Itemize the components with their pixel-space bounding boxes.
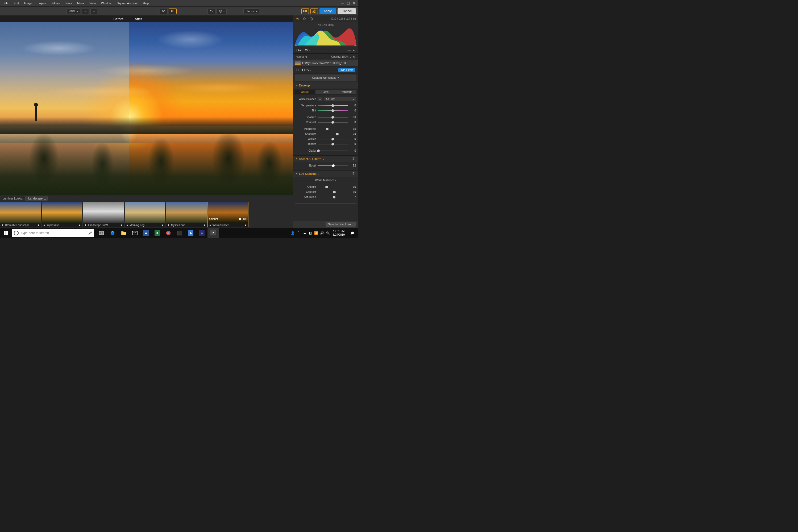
- histogram-tab-icon[interactable]: [295, 17, 300, 21]
- tray-volume-icon[interactable]: 🔊: [319, 231, 325, 235]
- develop-tab-adjust[interactable]: Adjust: [295, 90, 315, 94]
- menu-help[interactable]: Help: [140, 1, 152, 5]
- taskbar-edge-icon[interactable]: [107, 228, 118, 238]
- compare-split-icon[interactable]: [169, 8, 177, 14]
- menu-edit[interactable]: Edit: [11, 1, 22, 5]
- info-tab-icon[interactable]: [309, 17, 314, 21]
- accent-ai-header[interactable]: ▼Accent AI Filter™⌄: [293, 156, 358, 162]
- layer-settings-icon[interactable]: ⚙: [353, 55, 355, 58]
- develop-header[interactable]: ▼Develop⌄: [293, 82, 358, 89]
- favorite-star-icon[interactable]: ★: [167, 224, 170, 227]
- zoom-level-dropdown[interactable]: 60%: [66, 8, 80, 14]
- histogram-highlight-clip-icon[interactable]: [354, 44, 357, 46]
- tray-app-icon[interactable]: ◧: [307, 231, 314, 235]
- microphone-icon[interactable]: 🎤: [88, 231, 92, 235]
- develop-tab-lens[interactable]: Lens: [316, 90, 336, 94]
- layer-collapse-icon[interactable]: —: [347, 49, 352, 52]
- panel-toggle-icon[interactable]: [310, 8, 318, 14]
- white-balance-picker-icon[interactable]: [318, 97, 322, 101]
- filters-section-title[interactable]: FILTERS: [296, 68, 308, 72]
- favorite-star-icon[interactable]: ★: [244, 224, 247, 227]
- clarity-slider[interactable]: [318, 151, 348, 151]
- look-mystic-land[interactable]: ★ Mystic Land ★: [166, 202, 207, 227]
- lut-amount-slider[interactable]: [318, 187, 348, 187]
- action-center-icon[interactable]: 💬: [347, 231, 358, 235]
- favorite-star-icon[interactable]: ★: [203, 224, 206, 227]
- whites-slider[interactable]: [318, 139, 348, 139]
- lut-visibility-icon[interactable]: [352, 172, 355, 176]
- undo-icon[interactable]: [208, 8, 215, 14]
- favorite-star-icon[interactable]: ★: [162, 224, 164, 227]
- task-view-icon[interactable]: [96, 228, 107, 238]
- accent-visibility-icon[interactable]: [352, 157, 355, 161]
- layer-add-icon[interactable]: +: [352, 49, 355, 52]
- window-minimize-icon[interactable]: —: [339, 1, 345, 5]
- shadows-slider[interactable]: [318, 134, 348, 134]
- filmstrip-toggle-icon[interactable]: [301, 8, 309, 14]
- taskbar-chrome-icon[interactable]: [163, 228, 174, 238]
- layer-item[interactable]: G:\My Drive\Photos\20190323_193...: [293, 60, 358, 66]
- cancel-button[interactable]: Cancel: [338, 8, 356, 14]
- exposure-slider[interactable]: [318, 117, 348, 118]
- taskbar-clock[interactable]: 12:01 PM3/24/2019: [331, 230, 347, 236]
- menu-layers[interactable]: Layers: [35, 1, 49, 5]
- favorite-star-icon[interactable]: ★: [126, 224, 129, 227]
- lut-preset-dropdown[interactable]: Warm Midtones: [315, 178, 336, 182]
- taskbar-search[interactable]: Type here to search 🎤: [12, 229, 94, 237]
- image-canvas[interactable]: [0, 22, 293, 195]
- taskbar-app3-icon[interactable]: ◈: [196, 228, 208, 238]
- favorite-star-icon[interactable]: ★: [1, 224, 4, 227]
- blacks-slider[interactable]: [318, 144, 348, 145]
- history-dropdown-icon[interactable]: [216, 8, 227, 14]
- look-dramatic-landscape[interactable]: ★ Dramatic Landscape ★: [0, 202, 41, 227]
- favorite-star-icon[interactable]: ★: [84, 224, 87, 227]
- workspace-dropdown[interactable]: Custom Workspace: [295, 75, 357, 81]
- histogram[interactable]: No EXIF data: [293, 22, 358, 47]
- taskbar-luminar-icon[interactable]: ◔: [208, 228, 218, 238]
- tray-power-icon[interactable]: 🔌: [325, 231, 331, 235]
- look-landscape-b-w[interactable]: ★ Landscape B&W ★: [83, 202, 124, 227]
- menu-filters[interactable]: Filters: [49, 1, 62, 5]
- lut-saturation-slider[interactable]: [318, 197, 348, 197]
- tray-people-icon[interactable]: 👤: [290, 231, 296, 235]
- taskbar-excel-icon[interactable]: X: [152, 228, 163, 238]
- favorite-star-icon[interactable]: ★: [43, 224, 45, 227]
- window-restore-icon[interactable]: ▢: [345, 1, 351, 5]
- temperature-slider[interactable]: [318, 105, 348, 106]
- looks-category-dropdown[interactable]: Landscape: [25, 196, 48, 201]
- tools-dropdown[interactable]: Tools: [243, 8, 259, 14]
- tint-slider[interactable]: [318, 110, 348, 111]
- look-impressive[interactable]: ★ Impressive ★: [41, 202, 82, 227]
- blend-mode-dropdown[interactable]: Normal ⇅: [296, 55, 307, 58]
- favorite-star-icon[interactable]: ★: [78, 224, 81, 227]
- zoom-out-button[interactable]: −: [82, 8, 89, 14]
- menu-mask[interactable]: Mask: [75, 1, 87, 5]
- start-button[interactable]: [0, 228, 12, 238]
- tray-onedrive-icon[interactable]: ☁: [302, 231, 307, 235]
- window-close-icon[interactable]: ✕: [351, 1, 357, 5]
- tray-overflow-icon[interactable]: ˄: [296, 231, 302, 235]
- favorite-star-icon[interactable]: ★: [209, 224, 211, 227]
- taskbar-mail-icon[interactable]: [129, 228, 140, 238]
- white-balance-dropdown[interactable]: As Shot: [324, 97, 356, 101]
- menu-file[interactable]: File: [1, 1, 11, 5]
- histogram-shadow-clip-icon[interactable]: [295, 44, 297, 46]
- compare-splitter[interactable]: [129, 22, 129, 195]
- save-look-button[interactable]: Save Luminar Look...: [326, 222, 356, 227]
- develop-tab-transform[interactable]: Transform: [336, 90, 357, 94]
- favorite-star-icon[interactable]: ★: [120, 224, 122, 227]
- zoom-in-button[interactable]: +: [91, 8, 97, 14]
- add-filters-button[interactable]: Add Filters: [338, 68, 355, 72]
- contrast-slider[interactable]: [318, 122, 348, 122]
- lut-contrast-slider[interactable]: [318, 192, 348, 192]
- taskbar-app2-icon[interactable]: [185, 228, 196, 238]
- apply-button[interactable]: Apply: [320, 8, 336, 14]
- highlights-slider[interactable]: [318, 129, 348, 129]
- menu-image[interactable]: Image: [22, 1, 35, 5]
- preview-toggle-icon[interactable]: [159, 8, 168, 14]
- menu-view[interactable]: View: [87, 1, 98, 5]
- tray-network-icon[interactable]: 📶: [314, 231, 319, 235]
- favorite-star-icon[interactable]: ★: [37, 224, 40, 227]
- menu-tools[interactable]: Tools: [62, 1, 75, 5]
- layers-section-title[interactable]: LAYERS: [296, 49, 308, 52]
